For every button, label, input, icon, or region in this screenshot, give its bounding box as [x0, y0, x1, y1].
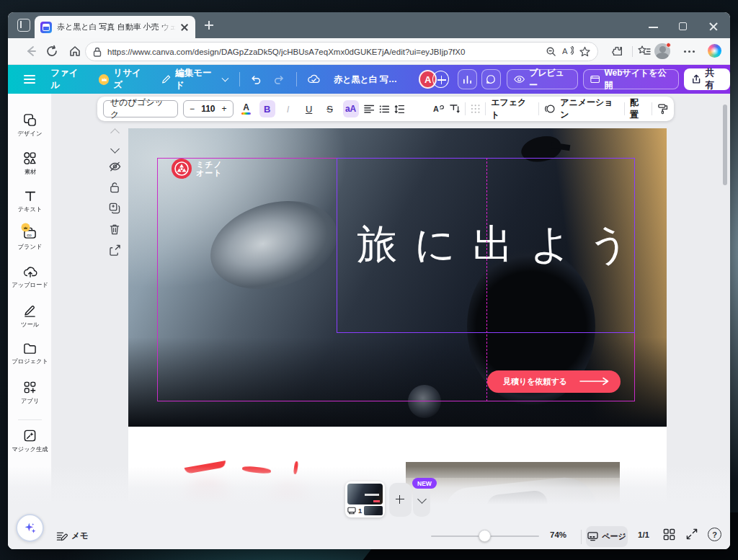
refresh-icon[interactable]: [45, 45, 58, 58]
sidebar-item-design[interactable]: デザイン: [8, 113, 52, 138]
crown-icon: [22, 223, 30, 232]
read-aloud-icon[interactable]: A: [562, 46, 574, 57]
selection-box-text[interactable]: [337, 158, 635, 333]
preview-button[interactable]: プレビュー: [507, 69, 578, 89]
move-down-icon[interactable]: [110, 144, 120, 154]
home-icon[interactable]: [68, 45, 81, 58]
settings-menu-icon[interactable]: [684, 50, 695, 53]
add-page-icon[interactable]: [110, 244, 120, 256]
hide-eye-icon[interactable]: [109, 161, 121, 172]
add-collaborator-button[interactable]: [432, 71, 449, 88]
add-page-button[interactable]: [389, 483, 412, 517]
font-size-increase[interactable]: +: [222, 104, 227, 114]
effects-button[interactable]: エフェクト: [491, 97, 533, 121]
tab-actions-icon[interactable]: [17, 19, 30, 32]
apps-grid-icon: [23, 381, 37, 394]
position-button[interactable]: 配置: [630, 97, 646, 121]
minimize-button[interactable]: [649, 27, 658, 28]
sidebar-item-text[interactable]: テキスト: [8, 190, 52, 214]
workspace-scrollbar[interactable]: [723, 105, 727, 185]
element-mini-toolbar: [107, 130, 123, 256]
duplicate-icon[interactable]: [109, 203, 120, 214]
zoom-percent[interactable]: 74%: [550, 530, 566, 539]
zoom-out-icon[interactable]: [546, 46, 556, 57]
sidebar-item-apps[interactable]: アプリ: [8, 381, 52, 406]
browser-tab[interactable]: 赤と黒と白 写真 自動車 小売 ウェブ: [35, 16, 195, 38]
transparency-icon[interactable]: [471, 104, 480, 114]
back-icon[interactable]: [25, 45, 37, 58]
page-mini-preview: [364, 506, 383, 515]
align-left-icon[interactable]: [364, 105, 374, 114]
vertical-text-icon[interactable]: [450, 104, 460, 114]
maximize-button[interactable]: [679, 22, 687, 30]
page-1-thumbnail[interactable]: [347, 484, 383, 505]
extensions-icon[interactable]: [610, 45, 623, 58]
canva-assistant-button[interactable]: [16, 514, 44, 542]
font-size-decrease[interactable]: −: [190, 104, 195, 114]
page-thumbnail-card[interactable]: 1: [345, 481, 385, 517]
underline-button[interactable]: U: [301, 100, 317, 117]
chart-icon: [463, 75, 472, 84]
canva-favicon-icon: [40, 22, 52, 33]
comments-button[interactable]: [481, 69, 501, 89]
copy-style-icon[interactable]: [657, 103, 668, 115]
unlock-icon[interactable]: [110, 182, 120, 193]
insights-button[interactable]: [458, 69, 477, 89]
desktop-icon: [587, 532, 598, 541]
close-button[interactable]: [709, 22, 719, 32]
magic-generate-icon: [23, 429, 37, 443]
line-spacing-icon[interactable]: [394, 105, 404, 114]
font-selector[interactable]: せのびゴシック: [103, 100, 178, 117]
animate-icon[interactable]: [544, 104, 555, 114]
italic-button[interactable]: I: [280, 100, 296, 117]
page-indicator: 1/1: [638, 530, 649, 539]
fullscreen-icon[interactable]: [686, 528, 698, 540]
sidebar-item-elements[interactable]: 素材: [8, 151, 52, 177]
sidebar-item-projects[interactable]: プロジェクト: [8, 342, 52, 366]
move-up-icon[interactable]: [110, 128, 120, 138]
bullet-list-icon[interactable]: [379, 105, 389, 114]
tab-close-icon[interactable]: [181, 24, 188, 31]
delete-trash-icon[interactable]: [110, 223, 120, 235]
url-bar[interactable]: https://www.canva.com/design/DAGpZzaDk5Q…: [85, 42, 598, 61]
share-upload-icon: [692, 74, 701, 84]
rainbow-bar: [241, 112, 251, 115]
center-guide-line: [486, 158, 487, 401]
lock-icon: [93, 47, 102, 57]
publish-website-button[interactable]: Webサイトを公開: [583, 69, 679, 89]
resize-menu[interactable]: リサイズ: [99, 67, 148, 92]
zoom-slider-knob[interactable]: [479, 530, 491, 542]
page-view-button[interactable]: ページ: [586, 526, 628, 547]
letter-case-button[interactable]: aA: [343, 100, 359, 117]
copilot-icon[interactable]: [708, 44, 721, 58]
sidebar-item-uploads[interactable]: アップロード: [8, 265, 52, 290]
share-button[interactable]: 共有: [684, 68, 730, 90]
help-button[interactable]: ?: [708, 528, 721, 541]
file-menu[interactable]: ファイル: [50, 67, 86, 92]
tab-title: 赤と黒と白 写真 自動車 小売 ウェブ: [57, 22, 176, 32]
menu-icon[interactable]: [24, 75, 35, 84]
sidebar-item-brand[interactable]: co ブランド: [8, 226, 52, 252]
redo-icon[interactable]: [273, 74, 285, 86]
folder-icon: [23, 342, 37, 355]
animate-button[interactable]: アニメーション: [560, 97, 619, 121]
text-color-button[interactable]: A: [239, 100, 254, 117]
canva-topbar: ファイル リサイズ 編集モード 赤と黒と白 写真 自... A: [8, 65, 730, 94]
undo-icon[interactable]: [250, 74, 262, 86]
browser-window: 赤と黒と白 写真 自動車 小売 ウェブ https://www.canva.co…: [8, 12, 730, 549]
upload-cloud-icon: [23, 265, 37, 278]
document-title[interactable]: 赤と黒と白 写真 自...: [334, 74, 400, 86]
favorite-star-icon[interactable]: [579, 46, 590, 57]
browser-titlebar: 赤と黒と白 写真 自動車 小売 ウェブ: [8, 12, 730, 38]
letter-spacing-icon[interactable]: A: [432, 104, 444, 114]
strikethrough-button[interactable]: S: [322, 100, 338, 117]
favorites-list-icon[interactable]: [638, 45, 651, 58]
sidebar-item-tools[interactable]: ツール: [8, 304, 52, 329]
sidebar-item-magic-media[interactable]: マジック生成: [8, 429, 52, 454]
grid-view-icon[interactable]: [663, 528, 675, 541]
pen-tool-icon: [23, 304, 37, 318]
font-size-stepper[interactable]: − 110 +: [183, 100, 234, 117]
notes-button[interactable]: メモ: [56, 530, 89, 541]
edit-mode-menu[interactable]: 編集モード: [161, 67, 228, 92]
bold-button[interactable]: B: [259, 100, 275, 117]
